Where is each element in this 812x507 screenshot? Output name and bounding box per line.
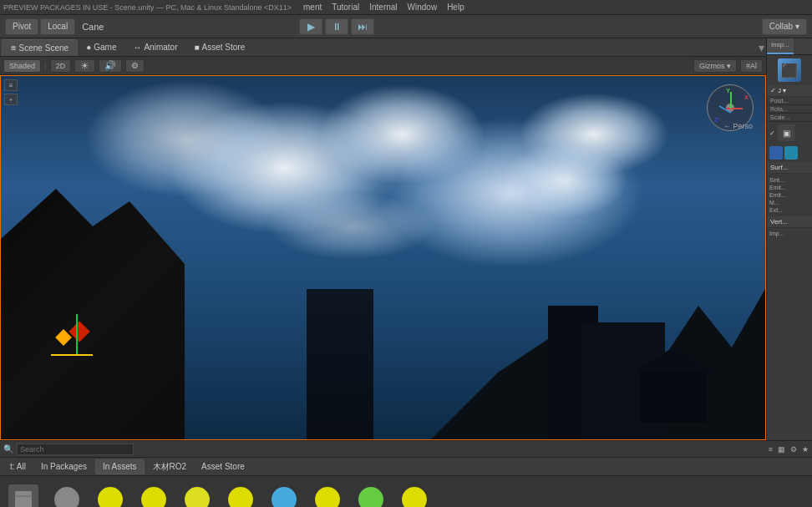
scene-ctrl-1[interactable]: ≡ xyxy=(4,79,18,91)
asset-store-tab-icon: ■ xyxy=(194,43,199,52)
vertex-label: Vert... xyxy=(770,218,788,226)
svg-point-3 xyxy=(98,487,123,508)
pivot-local-group: Pivot Local xyxy=(5,18,75,35)
asset-item-1[interactable] xyxy=(50,484,84,508)
status-icon-2: ▦ xyxy=(778,445,785,454)
right-inspector: Insp... ⬛ ✓ J ▾ Posit... Rota... Scale..… xyxy=(766,38,812,440)
asset-item-9[interactable] xyxy=(398,484,431,508)
play-controls: ▶ ⏸ ⏭ xyxy=(299,18,374,35)
inspector-tab-bar: Insp... xyxy=(767,38,812,55)
asset-icon-8 xyxy=(356,484,386,508)
vertex-content: Imp... xyxy=(767,228,812,239)
window-title-abbreviated: PREVIEW PACKAGES IN USE - Scene.unity — … xyxy=(3,3,292,12)
svg-point-2 xyxy=(54,487,79,508)
surface-row-5: Ext... xyxy=(769,206,809,214)
scene-ctrl-2[interactable]: + xyxy=(4,94,18,105)
rotation-label: Rota... xyxy=(770,106,788,112)
project-content xyxy=(0,476,812,507)
cloud-5 xyxy=(84,80,285,197)
asset-item-4[interactable] xyxy=(180,484,214,508)
cane-label: Cane xyxy=(82,22,104,32)
toolbar: Pivot Local Cane ▶ ⏸ ⏭ Collab ▾ xyxy=(0,15,812,38)
status-bar-right: ≡ ▦ ⚙ ★ xyxy=(769,445,809,454)
gizmo-y-label: Y xyxy=(726,87,730,94)
proj-tab-store[interactable]: Asset Store xyxy=(195,459,251,474)
svg-point-10 xyxy=(402,487,427,508)
play-button[interactable]: ▶ xyxy=(299,18,322,35)
cloud-7 xyxy=(268,193,435,260)
gizmos-button[interactable]: Gizmos ▾ xyxy=(693,59,737,73)
menu-item-internal[interactable]: Internal xyxy=(364,3,402,12)
inspector-rotation-row: Rota... xyxy=(767,105,812,114)
tab-scene[interactable]: ≡ ≡ Scene Scene xyxy=(2,39,78,56)
vertex-header: Vert... xyxy=(767,216,812,228)
axis-vertical xyxy=(76,314,78,356)
proj-tab-assets[interactable]: In Assets xyxy=(95,459,145,474)
tab-animator[interactable]: ↔ Animator xyxy=(124,39,185,56)
local-button[interactable]: Local xyxy=(40,18,75,35)
al-button[interactable]: #Al xyxy=(740,59,763,73)
tab-game[interactable]: ● Game xyxy=(78,39,124,56)
shaded-button[interactable]: Shaded xyxy=(3,59,41,73)
surface-content: Sint... Emit... Emit... M... Ext... xyxy=(767,174,812,216)
center-panel: ≡ ≡ Scene Scene ● Game ↔ Animator ■ Asse… xyxy=(0,38,766,440)
menu-item-help[interactable]: Help xyxy=(442,3,469,12)
asset-item-7[interactable] xyxy=(311,484,344,508)
menu-item-component[interactable]: ment xyxy=(298,3,327,12)
search-input[interactable] xyxy=(17,444,134,455)
asset-item-5[interactable] xyxy=(224,484,257,508)
gizmo-widget: X Y Z ← Perso xyxy=(707,84,757,134)
pause-button[interactable]: ⏸ xyxy=(325,18,348,35)
inspector-body: ⬛ ✓ J ▾ Posit... Rota... Scale... ✓ ▣ xyxy=(767,55,812,440)
asset-icon-0 xyxy=(8,484,38,508)
audio-button[interactable]: 🔊 xyxy=(99,59,122,73)
asset-icon-2 xyxy=(95,484,125,508)
gizmo-x-label: X xyxy=(744,94,749,101)
color-swatch[interactable] xyxy=(769,146,783,160)
menu-item-tutorial[interactable]: Tutorial xyxy=(327,3,364,12)
asset-item-0[interactable] xyxy=(7,484,40,508)
bottom-panel: t: All In Packages In Assets 木材RO2 Asset… xyxy=(0,457,812,507)
proj-tab-packages[interactable]: In Packages xyxy=(34,459,94,474)
transform-label: J ▾ xyxy=(778,87,786,94)
collab-button[interactable]: Collab ▾ xyxy=(762,18,807,35)
proj-tab-all[interactable]: t: All xyxy=(3,459,33,474)
tab-bar-controls: ▾ xyxy=(759,41,764,54)
transform-check: ✓ xyxy=(770,87,776,94)
mesh-check: ✓ xyxy=(769,129,775,137)
menu-item-window[interactable]: Window xyxy=(403,3,443,12)
asset-icon-9 xyxy=(399,484,429,508)
menu-bar: PREVIEW PACKAGES IN USE - Scene.unity — … xyxy=(0,0,812,15)
asset-icon-4 xyxy=(182,484,212,508)
project-tabs: t: All In Packages In Assets 木材RO2 Asset… xyxy=(0,458,812,476)
tab-collapse-btn[interactable]: ▾ xyxy=(759,41,764,54)
object-icon-area: ⬛ xyxy=(767,55,812,85)
mode-2d-button[interactable]: 2D xyxy=(50,59,72,73)
asset-item-2[interactable] xyxy=(94,484,127,508)
asset-item-6[interactable] xyxy=(267,484,301,508)
pagoda-roof xyxy=(632,347,715,373)
scene-viewport[interactable]: X Y Z ← Perso ≡ + xyxy=(0,75,766,440)
surface-row-1: Sint... xyxy=(769,176,809,184)
gizmo-arm-x xyxy=(726,108,743,109)
asset-item-8[interactable] xyxy=(354,484,388,508)
svg-point-6 xyxy=(228,487,253,508)
vfx-button[interactable]: ⚙ xyxy=(125,59,145,73)
color-swatch-2[interactable] xyxy=(784,146,798,160)
step-button[interactable]: ⏭ xyxy=(351,18,374,35)
import-label-row: Imp... xyxy=(769,231,809,236)
perso-label: ← Perso xyxy=(723,122,753,130)
gizmos-label: Gizmos ▾ xyxy=(699,62,731,70)
status-icon-3: ⚙ xyxy=(790,445,797,454)
pivot-button[interactable]: Pivot xyxy=(5,18,38,35)
lighting-button[interactable]: ☀ xyxy=(74,59,95,73)
proj-tab-materials[interactable]: 木材RO2 xyxy=(146,459,194,474)
asset-icon-3 xyxy=(139,484,169,508)
tab-asset-store[interactable]: ■ Asset Store xyxy=(185,39,253,56)
inspector-scale-row: Scale... xyxy=(767,114,812,122)
main-content: ≡ ≡ Scene Scene ● Game ↔ Animator ■ Asse… xyxy=(0,38,812,440)
inspector-tab[interactable]: Insp... xyxy=(767,38,794,54)
surface-row-2: Emit... xyxy=(769,184,809,191)
asset-item-3[interactable] xyxy=(137,484,170,508)
mesh-icon: ▣ xyxy=(778,124,794,141)
